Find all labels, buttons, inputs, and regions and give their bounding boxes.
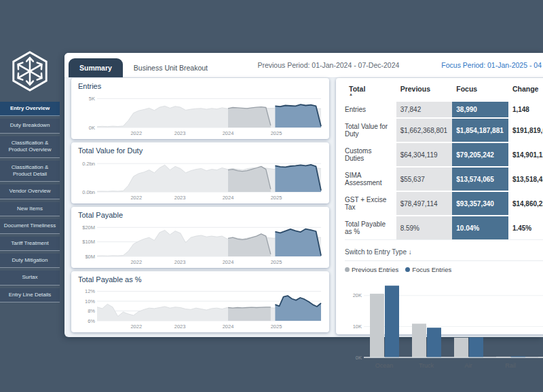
sidebar-item-entry-line-details[interactable]: Entry Line Details [0, 288, 60, 302]
svg-text:Truck: Truck [419, 362, 434, 369]
sidebar-item-surtax[interactable]: Surtax [0, 271, 60, 285]
kpi-row-total-payable-as[interactable]: Total Payable as %8.59%10.04%1.45% [345, 216, 543, 240]
summary-detail-card: Total▲PreviousFocusChange Entries37,8423… [336, 78, 543, 334]
svg-text:Air: Air [465, 362, 472, 369]
svg-text:$20M: $20M [82, 224, 95, 231]
svg-text:2022: 2022 [130, 324, 142, 330]
kpi-row-gst-excise-tax[interactable]: GST + Excise Tax$78,497,114$93,357,340$1… [345, 191, 543, 216]
kpi-row-label: Total Value for Duty [345, 118, 396, 142]
kpi-row-label: GST + Excise Tax [345, 191, 396, 216]
kpi-previous-value: $55,637 [396, 167, 453, 191]
focus-period-label: Focus Period: 01-Jan-2025 - 04 [441, 61, 542, 69]
kpi-previous-value: 37,842 [396, 101, 453, 118]
dashboard: Entry OverviewDuty BreakdownClassificati… [0, 0, 543, 392]
kpi-row-label: Customs Duties [345, 142, 396, 167]
svg-text:0.0bn: 0.0bn [82, 189, 95, 195]
kpi-row-sima-assessment[interactable]: SIMA Assessment$55,637$13,574,065$13,518… [345, 167, 543, 191]
sidebar-item-duty-breakdown[interactable]: Duty Breakdown [0, 119, 60, 133]
sidebar-item-vendor-overview[interactable]: Vendor Overview [0, 184, 60, 199]
kpi-row-total-value-for-duty[interactable]: Total Value for Duty$1,662,368,801$1,854… [345, 118, 543, 142]
kpi-column-header-focus[interactable]: Focus [452, 83, 508, 101]
sidebar: Entry OverviewDuty BreakdownClassificati… [0, 0, 60, 392]
svg-text:$10M: $10M [82, 239, 95, 245]
sidebar-item-classification-product-overview[interactable]: Classification & Product Overview [0, 136, 60, 158]
svg-text:0K: 0K [89, 125, 95, 131]
svg-text:2023: 2023 [174, 259, 186, 265]
svg-text:Rail: Rail [505, 362, 516, 369]
kpi-table: Total▲PreviousFocusChange Entries37,8423… [345, 83, 543, 240]
svg-text:$0M: $0M [85, 254, 95, 260]
chart-title: Entries [78, 82, 325, 90]
svg-text:0K: 0K [356, 355, 362, 361]
kpi-focus-value: $1,854,187,881 [452, 118, 508, 142]
chart-card-entries[interactable]: Entries5K0K2022202320242025 [71, 78, 329, 139]
kpi-change-value: $14,860,226 [508, 191, 543, 216]
chart-card-total-payable-as-pct[interactable]: Total Payable as %12%10%8%6%202220232024… [71, 271, 329, 332]
topbar: SummaryBusiness Unit Breakout Previous P… [64, 53, 543, 78]
sparkline-svg: 5K0K2022202320242025 [77, 92, 324, 136]
svg-text:2025: 2025 [271, 130, 282, 136]
kpi-previous-value: $1,662,368,801 [396, 118, 453, 142]
sidebar-item-duty-mitigation[interactable]: Duty Mitigation [0, 254, 60, 268]
bar-chart-svg: 20K10K0KOceanTruckAirRail [345, 276, 543, 371]
chart-card-total-payable[interactable]: Total Payable$20M$10M$0M2022202320242025 [71, 207, 329, 268]
tab-business-unit-breakout[interactable]: Business Unit Breakout [123, 58, 219, 77]
kpi-focus-value: $93,357,340 [452, 191, 508, 216]
svg-text:2023: 2023 [174, 324, 186, 330]
kpi-previous-value: $78,497,114 [396, 191, 453, 216]
chart-card-total-value-for-duty[interactable]: Total Value for Duty0.2bn0.0bn2022202320… [71, 142, 329, 203]
svg-text:6%: 6% [88, 318, 95, 324]
legend-item-previous-entries[interactable]: Previous Entries [345, 266, 398, 273]
svg-text:2023: 2023 [174, 195, 186, 201]
kpi-change-value: 1.45% [508, 216, 543, 240]
kpi-column-header-previous[interactable]: Previous [396, 83, 453, 101]
svg-text:2022: 2022 [130, 195, 142, 201]
svg-text:12%: 12% [85, 288, 95, 294]
previous-period-label: Previous Period: 01-Jan-2024 - 07-Dec-20… [257, 61, 399, 69]
svg-text:2025: 2025 [271, 259, 282, 265]
svg-text:0.2bn: 0.2bn [82, 161, 95, 167]
sidebar-item-tariff-treatment[interactable]: Tariff Treatment [0, 237, 60, 251]
svg-text:2025: 2025 [271, 324, 282, 330]
kpi-column-header-total[interactable]: Total▲ [345, 83, 396, 101]
legend-label: Focus Entries [412, 266, 451, 273]
legend-item-focus-entries[interactable]: Focus Entries [405, 266, 451, 273]
sparkline-svg: 0.2bn0.0bn2022202320242025 [77, 156, 324, 201]
legend-dot-icon [345, 267, 350, 272]
chart-title: Total Payable [78, 211, 325, 219]
svg-text:8%: 8% [88, 308, 95, 314]
sidebar-item-document-timeliness[interactable]: Document Timeliness [0, 219, 60, 233]
kpi-row-customs-duties[interactable]: Customs Duties$64,304,119$79,205,242$14,… [345, 142, 543, 167]
kpi-row-label: Total Payable as % [345, 216, 396, 240]
legend-dot-icon [405, 267, 410, 272]
sidebar-menu: Entry OverviewDuty BreakdownClassificati… [0, 102, 60, 305]
svg-text:2024: 2024 [223, 259, 234, 265]
sparkline-svg: 12%10%8%6%2022202320242025 [77, 285, 324, 330]
switch-to-entry-type-button[interactable]: Switch to Entry Type ↓ [345, 246, 543, 261]
tab-summary[interactable]: Summary [69, 58, 123, 77]
entry-type-bar-chart[interactable]: 20K10K0KOceanTruckAirRail [345, 273, 543, 374]
kpi-column-header-change[interactable]: Change [508, 83, 543, 101]
kpi-change-value: $14,901,123 [508, 142, 543, 167]
kpi-change-value: $13,518,428 [508, 167, 543, 191]
sidebar-item-new-items[interactable]: New Items [0, 202, 60, 216]
sidebar-item-classification-product-detail[interactable]: Classification & Product Detail [0, 161, 60, 182]
tab-bar: SummaryBusiness Unit Breakout [69, 58, 219, 77]
kpi-charts-column: Entries5K0K2022202320242025Total Value f… [71, 78, 329, 336]
legend-label: Previous Entries [352, 266, 398, 273]
kpi-previous-value: $64,304,119 [396, 142, 453, 167]
svg-text:2024: 2024 [223, 324, 234, 330]
period-labels: Previous Period: 01-Jan-2024 - 07-Dec-20… [257, 53, 542, 77]
svg-text:2023: 2023 [174, 130, 186, 136]
hexagon-arrows-logo-icon [9, 50, 51, 92]
bar-chart-legend: Previous EntriesFocus Entries [345, 266, 543, 273]
chart-title: Total Payable as % [78, 275, 325, 283]
svg-text:2024: 2024 [223, 195, 234, 201]
kpi-row-entries[interactable]: Entries37,84238,9901,148 [345, 101, 543, 118]
svg-text:10%: 10% [85, 298, 95, 305]
kpi-table-body: Entries37,84238,9901,148Total Value for … [345, 101, 543, 240]
svg-text:20K: 20K [353, 292, 362, 298]
kpi-focus-value: $13,574,065 [452, 167, 508, 191]
svg-text:10K: 10K [353, 324, 362, 330]
sidebar-item-entry-overview[interactable]: Entry Overview [0, 102, 60, 116]
